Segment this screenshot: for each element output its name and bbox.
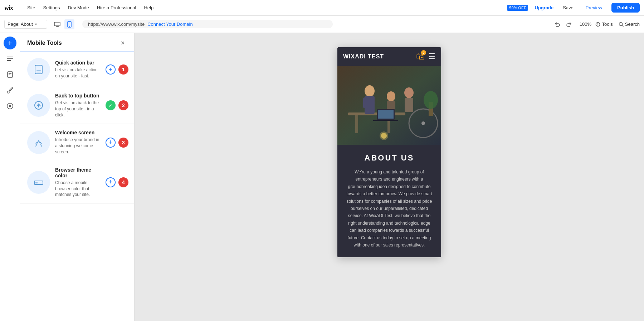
close-panel-button[interactable]: × — [118, 39, 127, 47]
svg-rect-28 — [35, 182, 38, 183]
canvas-area: WIXADI TEST 🛍 0 ☰ — [135, 33, 644, 321]
toolbar-right: 100% Tools Search — [552, 19, 640, 29]
welcome-screen-add-button[interactable]: + — [106, 138, 116, 148]
browser-theme-actions: + 4 — [106, 177, 128, 187]
tool-item-back-to-top[interactable]: Back to top button Get visitors back to … — [20, 87, 134, 124]
preview-site-name: WIXADI TEST — [343, 53, 384, 60]
svg-point-33 — [365, 85, 375, 97]
url-text: https://www.wix.com/mysite — [88, 21, 145, 27]
mobile-preview-frame: WIXADI TEST 🛍 0 ☰ — [337, 47, 441, 257]
welcome-screen-desc: Introduce your brand in a stunning welco… — [55, 137, 101, 155]
preview-hero-image — [337, 66, 441, 145]
zoom-control[interactable]: 100% — [580, 19, 590, 29]
back-to-top-icon — [27, 94, 50, 117]
upgrade-button[interactable]: Upgrade — [535, 5, 553, 10]
back-to-top-actions: ✓ 2 — [106, 100, 128, 110]
svg-rect-1 — [54, 22, 60, 26]
welcome-screen-actions: + 3 — [106, 138, 128, 148]
svg-point-47 — [424, 91, 438, 109]
browser-theme-info: Browser theme color Choose a mobile brow… — [55, 167, 101, 198]
preview-header: WIXADI TEST 🛍 0 ☰ — [337, 47, 441, 66]
preview-about-title: ABOUT US — [345, 153, 434, 163]
back-to-top-step: 2 — [118, 100, 128, 110]
search-label: Search — [625, 21, 640, 27]
panel-header: Mobile Tools × — [20, 33, 134, 52]
main-content: + Mobile Tools × Quick action bar Let vi… — [0, 33, 644, 321]
hamburger-menu-icon[interactable]: ☰ — [428, 52, 435, 61]
svg-rect-43 — [373, 120, 398, 121]
page-selector[interactable]: Page: About ▾ — [4, 20, 47, 29]
welcome-screen-icon — [27, 131, 50, 154]
svg-point-45 — [421, 121, 425, 125]
top-navigation: wix Site Settings Dev Mode Hire a Profes… — [0, 0, 644, 16]
connect-domain-link[interactable]: Connect Your Domain — [147, 21, 192, 27]
mobile-view-icon[interactable] — [64, 19, 74, 29]
svg-rect-42 — [378, 110, 394, 119]
svg-point-5 — [69, 26, 70, 27]
welcome-screen-name: Welcome screen — [55, 130, 101, 135]
quick-action-icon — [27, 58, 50, 81]
nav-hire[interactable]: Hire a Professional — [96, 4, 137, 12]
browser-theme-desc: Choose a mobile browser color that match… — [55, 180, 101, 198]
svg-rect-14 — [7, 58, 13, 59]
svg-rect-13 — [7, 57, 13, 57]
back-to-top-info: Back to top button Get visitors back to … — [55, 93, 101, 118]
tools-button[interactable]: Tools — [595, 21, 613, 27]
tool-item-browser-theme[interactable]: Browser theme color Choose a mobile brow… — [20, 161, 134, 204]
svg-rect-16 — [8, 72, 13, 77]
back-to-top-check: ✓ — [106, 100, 116, 110]
tool-item-quick-action[interactable]: Quick action bar Let visitors take actio… — [20, 52, 134, 87]
browser-theme-step: 4 — [118, 177, 128, 187]
back-to-top-desc: Get visitors back to the top of your sit… — [55, 100, 101, 118]
quick-action-info: Quick action bar Let visitors take actio… — [55, 60, 101, 79]
panel-title: Mobile Tools — [27, 40, 62, 46]
preview-button[interactable]: Preview — [583, 4, 605, 12]
view-toggle — [52, 19, 74, 29]
sidebar-apps-icon[interactable] — [4, 100, 16, 112]
save-button[interactable]: Save — [560, 4, 576, 12]
publish-button[interactable]: Publish — [611, 3, 640, 13]
svg-rect-23 — [36, 72, 41, 72]
preview-about-text: We're a young and talented group of entr… — [345, 168, 434, 249]
tools-label: Tools — [602, 21, 613, 27]
nav-devmode[interactable]: Dev Mode — [67, 4, 89, 12]
sidebar-design-icon[interactable] — [4, 68, 16, 81]
zoom-label: 100% — [580, 21, 591, 27]
add-element-button[interactable]: + — [4, 37, 16, 49]
svg-line-12 — [622, 25, 623, 27]
left-sidebar: + — [0, 33, 20, 321]
preview-header-icons: 🛍 0 ☰ — [416, 52, 435, 62]
quick-action-actions: + 1 — [106, 64, 128, 75]
nav-help[interactable]: Help — [143, 4, 154, 12]
desktop-view-icon[interactable] — [52, 19, 62, 29]
svg-point-39 — [404, 87, 414, 98]
svg-point-21 — [9, 105, 11, 107]
nav-settings[interactable]: Settings — [42, 4, 60, 12]
undo-button[interactable] — [552, 19, 562, 29]
quick-action-add-button[interactable]: + — [106, 64, 116, 75]
svg-point-10 — [598, 25, 599, 25]
nav-site[interactable]: Site — [26, 4, 36, 12]
sidebar-tools-icon[interactable] — [4, 84, 16, 97]
tool-item-welcome-screen[interactable]: Welcome screen Introduce your brand in a… — [20, 124, 134, 161]
browser-theme-add-button[interactable]: + — [106, 177, 116, 187]
sidebar-pages-icon[interactable] — [4, 52, 16, 65]
search-button[interactable]: Search — [619, 21, 640, 27]
quick-action-desc: Let visitors take action on your site - … — [55, 67, 101, 79]
svg-rect-24 — [36, 70, 41, 71]
svg-point-19 — [7, 91, 9, 93]
wix-logo: wix — [4, 2, 19, 14]
svg-text:wix: wix — [4, 5, 13, 11]
quick-action-step: 1 — [118, 64, 128, 75]
editor-toolbar: Page: About ▾ https://www.wix.com/mysite… — [0, 16, 644, 33]
redo-button[interactable] — [564, 19, 574, 29]
svg-rect-35 — [363, 97, 367, 108]
svg-rect-15 — [7, 60, 11, 61]
cart-icon-wrap[interactable]: 🛍 0 — [416, 52, 425, 62]
page-label: Page: About — [8, 21, 33, 27]
svg-rect-31 — [355, 115, 358, 133]
welcome-screen-step: 3 — [118, 138, 128, 148]
back-to-top-name: Back to top button — [55, 93, 101, 99]
svg-rect-22 — [35, 65, 42, 74]
url-bar: https://www.wix.com/mysite Connect Your … — [82, 20, 333, 28]
